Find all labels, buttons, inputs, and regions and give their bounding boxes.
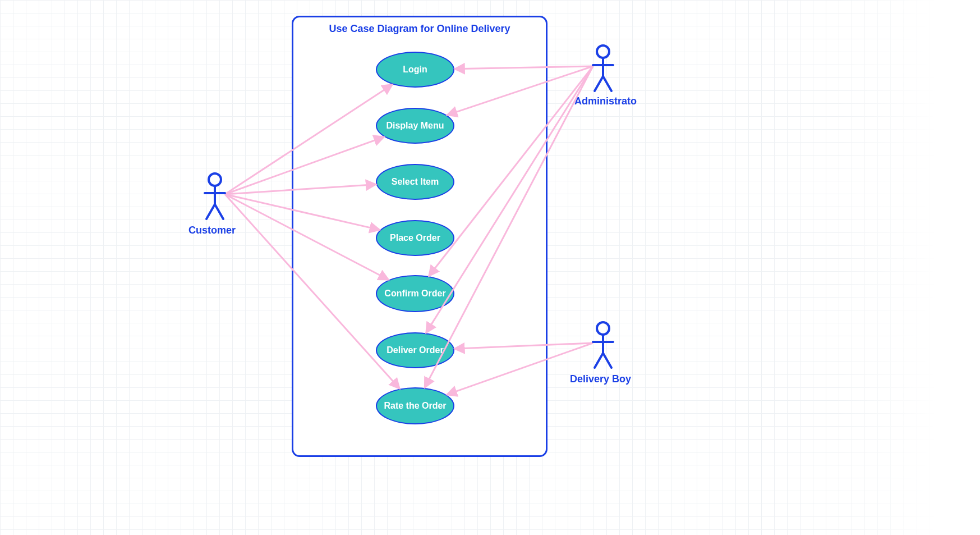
- svg-line-14: [603, 353, 611, 368]
- actor-delivery-label: Delivery Boy: [570, 373, 631, 385]
- usecase-select-item: Select Item: [376, 164, 454, 200]
- usecase-display-menu: Display Menu: [376, 108, 454, 144]
- usecase-label: Place Order: [390, 233, 440, 243]
- svg-line-4: [215, 204, 223, 219]
- svg-line-3: [206, 204, 215, 219]
- svg-point-5: [597, 45, 609, 58]
- usecase-label: Confirm Order: [384, 289, 445, 299]
- usecase-label: Select Item: [392, 177, 439, 187]
- svg-point-10: [597, 322, 609, 335]
- svg-line-8: [595, 76, 603, 91]
- system-title: Use Case Diagram for Online Delivery: [293, 23, 546, 35]
- usecase-place-order: Place Order: [376, 220, 454, 256]
- diagram-canvas: Use Case Diagram for Online Delivery Log…: [0, 0, 980, 535]
- usecase-label: Display Menu: [386, 121, 444, 131]
- usecase-confirm-order: Confirm Order: [376, 275, 454, 312]
- usecase-label: Rate the Order: [384, 401, 446, 411]
- svg-point-0: [209, 173, 221, 186]
- usecase-deliver-order: Deliver Order: [376, 332, 454, 368]
- svg-line-9: [603, 76, 611, 91]
- svg-line-13: [595, 353, 603, 368]
- usecase-login: Login: [376, 52, 454, 88]
- actor-customer-label: Customer: [188, 225, 236, 236]
- usecase-label: Deliver Order: [387, 345, 443, 355]
- usecase-rate-order: Rate the Order: [376, 387, 454, 424]
- actor-admin-label: Administrato: [574, 95, 637, 107]
- usecase-label: Login: [403, 65, 427, 75]
